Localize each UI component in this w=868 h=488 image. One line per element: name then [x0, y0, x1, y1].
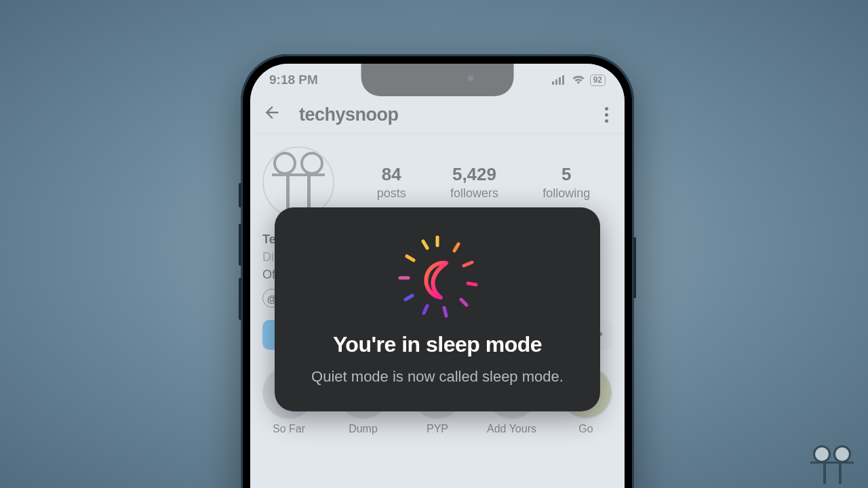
highlight-label: So Far — [273, 423, 305, 435]
phone-power-button — [633, 237, 636, 298]
profile-username: techysnoop — [299, 104, 587, 125]
sleep-mode-moon-icon — [393, 232, 481, 320]
stat-posts[interactable]: 84 posts — [377, 164, 406, 201]
svg-line-12 — [406, 296, 412, 300]
highlight-label: Go — [578, 423, 593, 435]
svg-line-10 — [444, 308, 446, 316]
status-time: 9:18 PM — [269, 73, 318, 87]
modal-subtitle: Quiet mode is now called sleep mode. — [294, 367, 581, 387]
stat-followers[interactable]: 5,429 followers — [450, 164, 498, 201]
svg-line-15 — [423, 241, 427, 248]
stat-posts-count: 84 — [377, 164, 406, 185]
phone-mute-switch — [239, 183, 241, 207]
stat-following-label: following — [542, 186, 590, 201]
svg-rect-2 — [559, 77, 561, 85]
svg-line-7 — [464, 262, 472, 266]
svg-rect-1 — [555, 79, 557, 85]
profile-header: techysnoop — [250, 96, 625, 134]
stat-followers-label: followers — [450, 186, 498, 201]
avatar-logo-icon — [268, 152, 329, 213]
battery-icon: 92 — [590, 75, 606, 86]
phone-screen: 9:18 PM 92 techysnoop — [250, 64, 625, 488]
sleep-mode-modal[interactable]: You're in sleep mode Quiet mode is now c… — [275, 207, 600, 411]
stat-following-count: 5 — [542, 164, 590, 185]
stat-posts-label: posts — [377, 186, 406, 201]
stat-following[interactable]: 5 following — [542, 164, 590, 201]
stat-followers-count: 5,429 — [450, 164, 498, 185]
modal-title: You're in sleep mode — [294, 332, 581, 357]
front-camera-icon — [467, 75, 475, 82]
phone-volume-up — [239, 224, 241, 266]
more-options-button[interactable] — [605, 107, 608, 123]
cellular-icon — [552, 75, 567, 85]
highlight-label: Dump — [349, 423, 378, 435]
svg-line-9 — [461, 300, 467, 305]
svg-rect-3 — [562, 75, 564, 85]
highlight-label: PYP — [427, 423, 448, 435]
phone-frame: 9:18 PM 92 techysnoop — [241, 54, 634, 488]
svg-line-8 — [468, 283, 476, 285]
watermark-logo-icon — [808, 445, 856, 484]
svg-line-6 — [454, 244, 458, 251]
phone-volume-down — [239, 278, 241, 320]
svg-line-14 — [407, 256, 414, 260]
highlight-label: Add Yours — [487, 423, 536, 435]
wifi-icon — [572, 75, 585, 85]
back-arrow-icon[interactable] — [262, 103, 281, 127]
svg-rect-0 — [552, 81, 554, 85]
phone-notch — [361, 64, 514, 96]
svg-line-11 — [424, 306, 427, 313]
